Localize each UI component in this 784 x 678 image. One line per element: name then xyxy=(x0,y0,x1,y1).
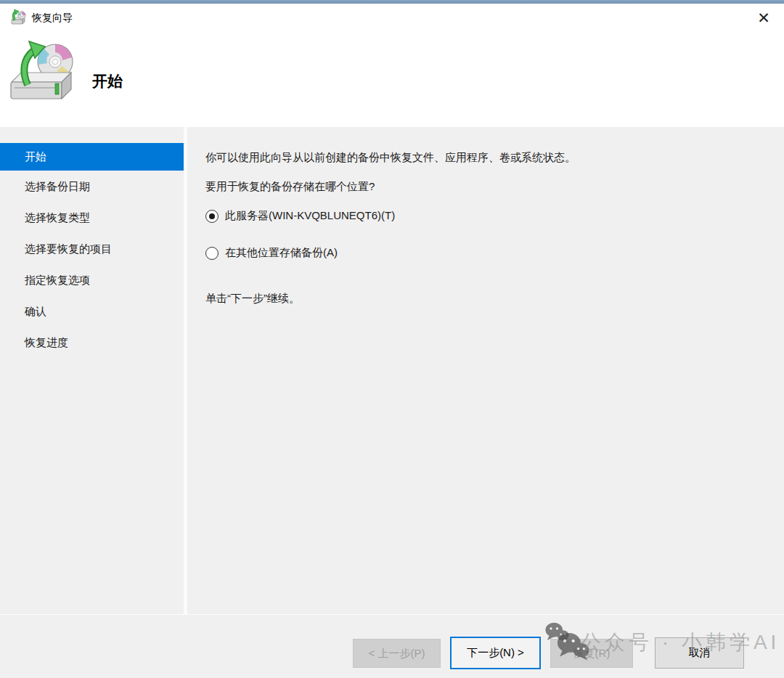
window-title: 恢复向导 xyxy=(32,12,73,25)
wizard-header: 开始 xyxy=(0,35,784,127)
wizard-body: 开始 选择备份日期 选择恢复类型 选择要恢复的项目 指定恢复选项 确认 恢复进度… xyxy=(0,127,784,614)
restore-drive-disc-icon xyxy=(7,40,80,112)
cancel-button[interactable]: 取消 xyxy=(655,637,744,669)
recover-button[interactable]: 恢复(R) xyxy=(550,639,633,668)
sidebar-item-recovery-progress: 恢复进度 xyxy=(0,329,184,356)
sidebar-item-select-backup-date: 选择备份日期 xyxy=(0,173,184,200)
sidebar-item-getting-started: 开始 xyxy=(0,143,184,171)
titlebar: 恢复向导 ✕ xyxy=(0,4,784,35)
intro-text: 你可以使用此向导从以前创建的备份中恢复文件、应用程序、卷或系统状态。 xyxy=(205,151,576,165)
wizard-content: 你可以使用此向导从以前创建的备份中恢复文件、应用程序、卷或系统状态。 要用于恢复… xyxy=(187,127,784,614)
close-button[interactable]: ✕ xyxy=(745,4,783,33)
wizard-steps-sidebar: 开始 选择备份日期 选择恢复类型 选择要恢复的项目 指定恢复选项 确认 恢复进度 xyxy=(0,127,184,614)
sidebar-item-select-recovery-type: 选择恢复类型 xyxy=(0,204,184,232)
radio-this-server-label: 此服务器(WIN-KVQBLUNEQT6)(T) xyxy=(225,209,395,223)
sidebar-item-confirmation: 确认 xyxy=(0,298,184,325)
next-button[interactable]: 下一步(N) > xyxy=(450,637,541,669)
radio-button-icon[interactable] xyxy=(205,247,219,260)
radio-other-location-label: 在其他位置存储备份(A) xyxy=(225,246,338,260)
question-text: 要用于恢复的备份存储在哪个位置? xyxy=(205,180,375,194)
recovery-wizard-window: 恢复向导 ✕ xyxy=(0,0,784,678)
radio-button-icon[interactable] xyxy=(205,210,219,223)
wizard-footer: < 上一步(P) 下一步(N) > 恢复(R) 取消 xyxy=(0,614,784,678)
sidebar-item-specify-options: 指定恢复选项 xyxy=(0,266,184,294)
page-title: 开始 xyxy=(92,71,123,91)
restore-drive-icon xyxy=(10,9,28,26)
previous-button[interactable]: < 上一步(P) xyxy=(353,639,441,668)
radio-other-location[interactable]: 在其他位置存储备份(A) xyxy=(205,246,338,260)
sidebar-item-select-items: 选择要恢复的项目 xyxy=(0,235,184,263)
radio-this-server[interactable]: 此服务器(WIN-KVQBLUNEQT6)(T) xyxy=(205,209,395,223)
next-hint-text: 单击“下一步”继续。 xyxy=(205,292,300,306)
